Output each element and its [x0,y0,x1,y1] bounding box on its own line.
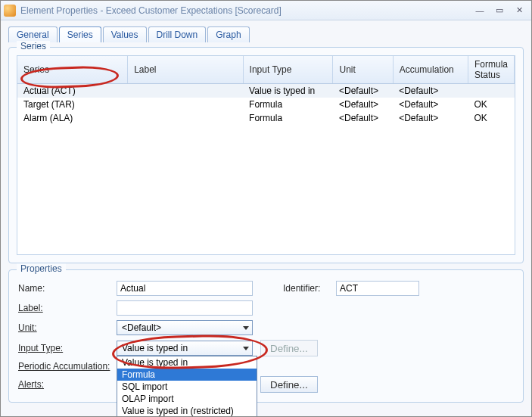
inputtype-option[interactable]: OLAP import [117,393,257,405]
series-table[interactable]: Series Label Input Type Unit Accumulatio… [17,55,515,255]
col-unit[interactable]: Unit [333,56,393,84]
tab-strip: General Series Values Drill Down Graph [8,26,524,42]
properties-group: Properties Name: Identifier: Label: Unit… [8,269,524,403]
chevron-down-icon [243,326,249,330]
unit-label: Unit: [18,322,117,333]
col-label[interactable]: Label [128,56,243,84]
inputtype-combo[interactable]: Value is typed in Value is typed in Form… [117,341,253,356]
window-title: Element Properties - Exceed Customer Exp… [20,5,469,16]
table-row[interactable]: Target (TAR) Formula <Default> <Default>… [17,98,515,111]
chevron-down-icon [243,347,249,350]
define-inputtype-button: Define... [260,340,318,356]
series-legend: Series [17,41,50,51]
identifier-field[interactable] [336,281,419,296]
table-row[interactable]: Actual (ACT) Value is typed in <Default>… [17,84,515,98]
col-formulastatus[interactable]: Formula Status [468,56,514,84]
col-accumulation[interactable]: Accumulation [393,56,468,84]
alerts-label: Alerts: [18,379,117,390]
periodic-accumulation-label: Periodic Accumulation: [18,361,117,372]
col-inputtype[interactable]: Input Type [243,56,333,84]
tab-series[interactable]: Series [59,26,101,42]
col-series[interactable]: Series [17,56,128,84]
label-field[interactable] [117,300,253,316]
minimize-button[interactable]: — [471,4,489,17]
name-field[interactable] [117,281,253,296]
app-icon [4,5,16,17]
inputtype-label: Input Type: [18,343,117,353]
inputtype-option[interactable]: Formula [117,369,257,381]
inputtype-option[interactable]: Value is typed in (restricted) [117,405,257,416]
tab-values[interactable]: Values [103,26,147,42]
label-label: Label: [18,303,117,313]
inputtype-dropdown: Value is typed in Formula SQL import OLA… [117,356,257,416]
series-group: Series Series Label Input Type Unit Accu… [8,47,524,263]
identifier-label: Identifier: [283,283,336,294]
inputtype-option[interactable]: SQL import [117,381,257,393]
unit-combo[interactable]: <Default> [117,320,253,335]
properties-legend: Properties [17,263,66,274]
tab-drilldown[interactable]: Drill Down [148,26,207,42]
dialog-window: Element Properties - Exceed Customer Exp… [0,0,532,417]
define-alerts-button[interactable]: Define... [260,376,318,393]
tab-graph[interactable]: Graph [207,26,249,42]
name-label: Name: [18,283,117,294]
maximize-button[interactable]: ▭ [490,4,509,17]
table-row[interactable]: Alarm (ALA) Formula <Default> <Default> … [17,111,515,125]
titlebar: Element Properties - Exceed Customer Exp… [1,1,531,20]
inputtype-option[interactable]: Value is typed in [117,356,257,369]
close-button[interactable]: ✕ [510,4,528,17]
tab-general[interactable]: General [8,26,58,42]
content-area: General Series Values Drill Down Graph S… [1,20,531,416]
